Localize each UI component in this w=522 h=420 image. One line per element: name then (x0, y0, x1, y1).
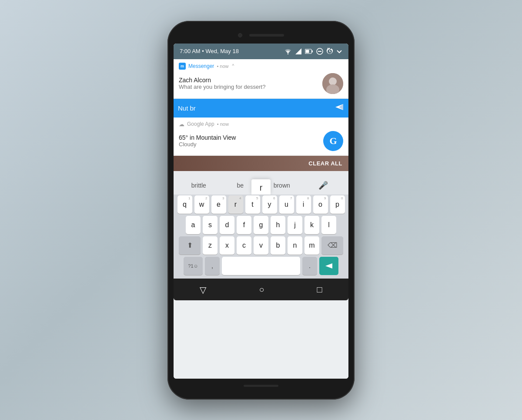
messenger-app-name: Messenger (188, 63, 214, 69)
key-s[interactable]: s (203, 216, 218, 234)
key-k[interactable]: k (304, 216, 319, 234)
send-icon (335, 102, 344, 112)
keyboard-rows: 1q 2w 3e 4r 5t 6y 7u 8i 9o 0p a s (174, 195, 348, 279)
svg-marker-1 (295, 48, 301, 54)
key-x[interactable]: x (220, 236, 234, 255)
key-w[interactable]: 2w (194, 195, 209, 214)
key-b[interactable]: b (271, 236, 285, 255)
back-button[interactable]: ▽ (193, 283, 213, 297)
google-notif-header: ☁ Google App • now (174, 118, 348, 129)
svg-marker-14 (325, 263, 332, 269)
weather-temp: 65° in Mountain View (179, 134, 319, 141)
dnd-icon (316, 48, 323, 55)
notification-body: Zach Alcorn What are you bringing for de… (174, 71, 348, 98)
period-key[interactable]: . (302, 257, 317, 275)
expand-icon[interactable] (336, 48, 342, 54)
key-u[interactable]: 7u (279, 195, 294, 214)
key-t[interactable]: 5t (245, 195, 260, 214)
sender-name: Zach Alcorn (179, 77, 318, 84)
battery-icon (305, 49, 313, 54)
status-time: 7:00 AM • Wed, May 18 (180, 48, 239, 54)
reply-input[interactable] (178, 104, 331, 112)
svg-point-0 (288, 53, 288, 54)
symbols-key[interactable]: ?1☺ (184, 257, 203, 275)
key-j[interactable]: j (288, 216, 302, 234)
avatar (322, 73, 343, 94)
keyboard-row-3: ⬆ z x c v b n m ⌫ (175, 236, 347, 255)
recents-button[interactable]: □ (310, 283, 329, 296)
mic-button[interactable]: 🎤 (303, 176, 345, 195)
bottom-speaker (244, 385, 278, 387)
signal-icon (295, 48, 301, 54)
key-m[interactable]: m (304, 236, 319, 255)
keyboard-send-button[interactable] (319, 257, 338, 275)
key-z[interactable]: z (203, 236, 218, 255)
keyboard-area: brittle be brown 🎤 r 1q 2w 3e 4r 5t 6 (174, 171, 348, 279)
keyboard-row-2: a s d f g h j k l (175, 216, 347, 234)
key-e[interactable]: 3e (211, 195, 226, 214)
backspace-key[interactable]: ⌫ (321, 236, 343, 255)
messenger-notification[interactable]: m Messenger • now ^ Zach Alcorn What are… (174, 59, 348, 99)
messenger-app-icon: m (179, 63, 186, 70)
keyboard-row-1: 1q 2w 3e 4r 5t 6y 7u 8i 9o 0p (175, 195, 347, 214)
avatar-image (322, 73, 343, 94)
front-camera (238, 33, 242, 37)
phone-device: 7:00 AM • Wed, May 18 (167, 21, 355, 400)
messenger-time: • now (217, 64, 228, 69)
timer-icon (327, 48, 333, 55)
svg-rect-4 (306, 50, 309, 53)
key-h[interactable]: h (271, 216, 285, 234)
google-button[interactable]: G (323, 131, 343, 151)
space-key[interactable] (222, 257, 300, 275)
phone-screen: 7:00 AM • Wed, May 18 (174, 44, 348, 379)
notification-text: Zach Alcorn What are you bringing for de… (179, 77, 318, 90)
notification-header: m Messenger • now ^ (174, 59, 348, 71)
status-icons (284, 48, 342, 55)
key-i[interactable]: 8i (296, 195, 311, 214)
comma-key[interactable]: , (205, 257, 220, 275)
notification-area: m Messenger • now ^ Zach Alcorn What are… (174, 59, 348, 379)
google-notif-body: 65° in Mountain View Cloudy G (174, 129, 348, 155)
suggestion-brittle[interactable]: brittle (178, 176, 220, 195)
key-q[interactable]: 1q (177, 195, 192, 214)
wifi-icon (284, 48, 292, 54)
earpiece-speaker (249, 34, 284, 37)
key-l[interactable]: l (321, 216, 336, 234)
google-notification[interactable]: ☁ Google App • now 65° in Mountain View … (174, 118, 348, 156)
key-g[interactable]: g (254, 216, 268, 234)
notification-expand-icon[interactable]: ^ (232, 64, 234, 68)
key-c[interactable]: c (237, 236, 251, 255)
key-r[interactable]: 4r (228, 195, 243, 214)
key-n[interactable]: n (288, 236, 302, 255)
google-app-name: Google App (187, 121, 214, 127)
notification-message: What are you bringing for dessert? (179, 84, 318, 90)
clear-all-bar[interactable]: CLEAR ALL (174, 156, 348, 171)
key-o[interactable]: 9o (313, 195, 328, 214)
key-p[interactable]: 0p (330, 195, 345, 214)
shift-key[interactable]: ⬆ (179, 236, 201, 255)
reply-send-button[interactable] (335, 102, 344, 114)
phone-top-hardware (174, 29, 348, 42)
phone-bottom-hardware (174, 380, 348, 392)
reply-input-row[interactable] (174, 99, 348, 118)
send-kb-icon (325, 262, 333, 270)
key-v[interactable]: v (254, 236, 268, 255)
home-button[interactable]: ○ (252, 283, 271, 296)
svg-rect-3 (312, 50, 313, 52)
keyboard-bottom-row: ?1☺ , . (175, 257, 347, 275)
key-a[interactable]: a (186, 216, 201, 234)
weather-desc: Cloudy (179, 141, 319, 148)
clear-all-label[interactable]: CLEAR ALL (308, 160, 342, 167)
google-notif-text: 65° in Mountain View Cloudy (179, 134, 319, 148)
key-d[interactable]: d (220, 216, 234, 234)
key-f[interactable]: f (237, 216, 251, 234)
active-suggestion-popup[interactable]: r (251, 179, 271, 195)
navigation-bar: ▽ ○ □ (174, 279, 348, 300)
svg-point-10 (329, 77, 337, 85)
suggestion-bar: brittle be brown 🎤 r (174, 171, 348, 195)
google-time: • now (217, 121, 229, 127)
status-bar: 7:00 AM • Wed, May 18 (174, 44, 348, 59)
cloud-icon: ☁ (179, 121, 184, 128)
key-y[interactable]: 6y (262, 195, 277, 214)
